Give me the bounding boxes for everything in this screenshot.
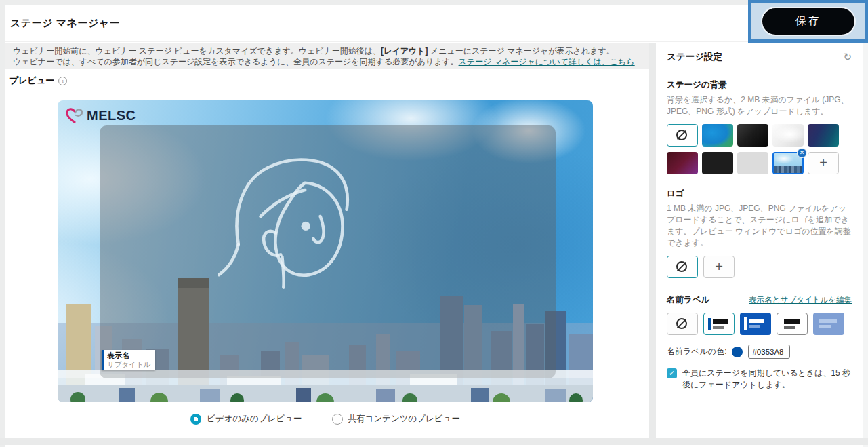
color-hex-input[interactable]	[748, 345, 790, 359]
logo-description: 1 MB 未満の JPG、JPEG、PNG ファイルをアップロードすることで、ス…	[667, 203, 852, 249]
radio-selected-icon[interactable]	[190, 414, 201, 425]
brand-heart-icon	[66, 106, 83, 124]
window-frame-left	[0, 5, 5, 447]
overlay-light-bar	[58, 370, 593, 378]
name-label-none-option[interactable]	[667, 313, 698, 335]
sync-fadeout-row: ✓ 全員にステージを同期しているときは、15 秒後にフェードアウトします。	[667, 368, 852, 391]
info-icon[interactable]: i	[58, 77, 67, 85]
logo-upload-button[interactable]: +	[703, 256, 735, 278]
window-frame-bottom	[0, 438, 868, 445]
name-label-style-translucent-blue[interactable]	[813, 313, 844, 335]
prohibited-icon	[676, 318, 687, 329]
title-bar: ステージ マネージャー	[5, 5, 868, 42]
page-title: ステージ マネージャー	[10, 17, 120, 30]
name-label-styles	[667, 313, 852, 335]
banner-line1: ウェビナー開始前に、ウェビナー ステージ ビューをカスタマイズできます。ウェビナ…	[13, 45, 641, 56]
panel-divider	[649, 43, 656, 438]
stage-settings-panel: ステージ設定 ↻ ステージの背景 背景を選択するか、2 MB 未満のファイル (…	[656, 43, 863, 438]
name-label-style-light-accent-selected[interactable]	[703, 313, 735, 335]
preview-mode-radios: ビデオのみのプレビュー 共有コンテンツのプレビュー	[58, 413, 593, 425]
window-frame-top	[0, 0, 868, 5]
refresh-icon[interactable]: ↻	[843, 51, 852, 63]
background-black-option[interactable]	[702, 152, 733, 174]
remove-background-icon[interactable]: ✕	[797, 148, 807, 158]
settings-header: ステージ設定 ↻	[667, 51, 852, 63]
preview-name-label[interactable]: 表示名 サブタイトル	[102, 350, 155, 370]
info-banner: ウェビナー開始前に、ウェビナー ステージ ビューをカスタマイズできます。ウェビナ…	[5, 43, 649, 69]
background-dark-wave-option[interactable]	[737, 124, 768, 147]
name-label-style-light-plain[interactable]	[777, 313, 808, 335]
edit-display-name-link[interactable]: 表示名とサブタイトルを編集	[749, 295, 852, 305]
person-silhouette-icon	[218, 133, 356, 299]
stage-manager-window: ステージ マネージャー 保存 ウェビナー開始前に、ウェビナー ステージ ビューを…	[0, 0, 868, 447]
color-label: 名前ラベルの色:	[667, 346, 726, 357]
name-label-style-blue-solid[interactable]	[740, 313, 771, 335]
background-gray-option[interactable]	[737, 152, 768, 174]
radio-shared-content[interactable]: 共有コンテンツのプレビュー	[332, 413, 460, 425]
background-heading: ステージの背景	[667, 79, 852, 91]
background-city-option-selected[interactable]: ✕	[772, 152, 804, 174]
color-swatch[interactable]	[732, 347, 743, 357]
click-highlight-box: 保存	[748, 0, 868, 43]
background-none-option[interactable]	[667, 124, 698, 147]
prohibited-icon	[676, 261, 687, 272]
radio-unselected-icon[interactable]	[332, 414, 343, 425]
preview-heading: プレビュー i	[9, 75, 67, 87]
background-thumbnails: ✕ +	[667, 124, 852, 174]
preview-panel: プレビュー i	[5, 69, 649, 438]
name-label-heading: 名前ラベル	[667, 294, 709, 306]
logo-heading: ロゴ	[667, 188, 852, 199]
background-light-silk-option[interactable]	[772, 124, 804, 147]
background-description: 背景を選択するか、2 MB 未満のファイル (JPG、JPEG、PNG 形式) …	[667, 94, 852, 117]
brand-logo[interactable]: MELSC	[66, 106, 136, 124]
prohibited-icon	[676, 130, 687, 140]
logo-none-option[interactable]	[667, 256, 698, 278]
name-label-header: 名前ラベル 表示名とサブタイトルを編集	[667, 294, 852, 306]
background-navy-teal-option[interactable]	[808, 124, 839, 147]
background-maroon-option[interactable]	[667, 152, 698, 174]
sync-fadeout-text: 全員にステージを同期しているときは、15 秒後にフェードアウトします。	[682, 368, 852, 391]
radio-video-only[interactable]: ビデオのみのプレビュー	[190, 413, 302, 425]
stage-preview[interactable]: MELSC 表示名 サブタイトル	[58, 100, 593, 402]
background-upload-button[interactable]: +	[808, 152, 839, 174]
save-button[interactable]: 保存	[761, 7, 856, 36]
window-frame-right	[863, 43, 868, 447]
background-blue-green-option[interactable]	[702, 124, 733, 147]
name-label-color-row: 名前ラベルの色:	[667, 345, 852, 359]
checkbox-checked-icon[interactable]: ✓	[667, 368, 677, 378]
logo-options: +	[667, 256, 852, 278]
